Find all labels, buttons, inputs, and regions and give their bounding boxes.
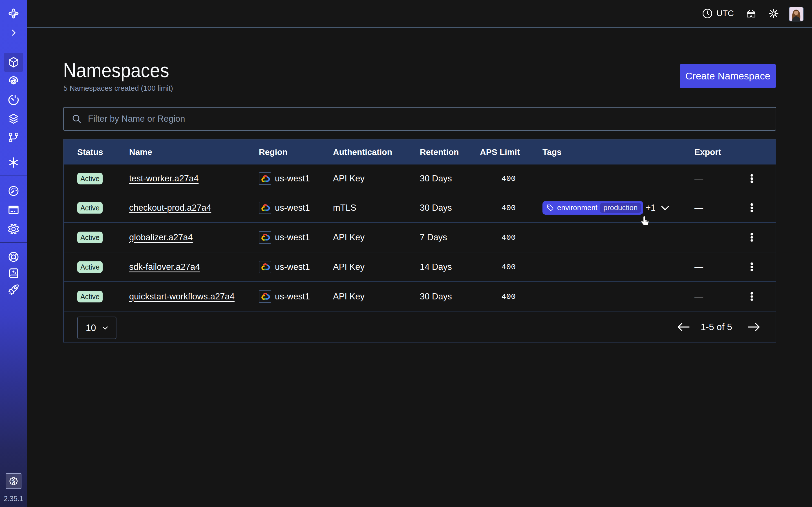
svg-text:$: $ xyxy=(12,478,15,484)
